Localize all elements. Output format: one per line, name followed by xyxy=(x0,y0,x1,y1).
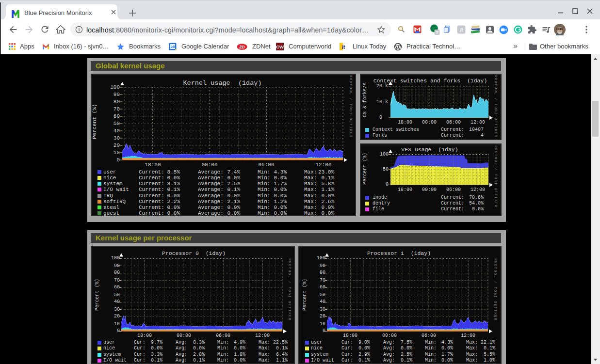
svg-text:R: R xyxy=(459,27,463,33)
svg-text:28: 28 xyxy=(171,45,175,49)
svg-text:?: ? xyxy=(436,30,438,35)
svg-text:CW: CW xyxy=(276,44,284,49)
svg-text:ZD: ZD xyxy=(239,45,244,49)
